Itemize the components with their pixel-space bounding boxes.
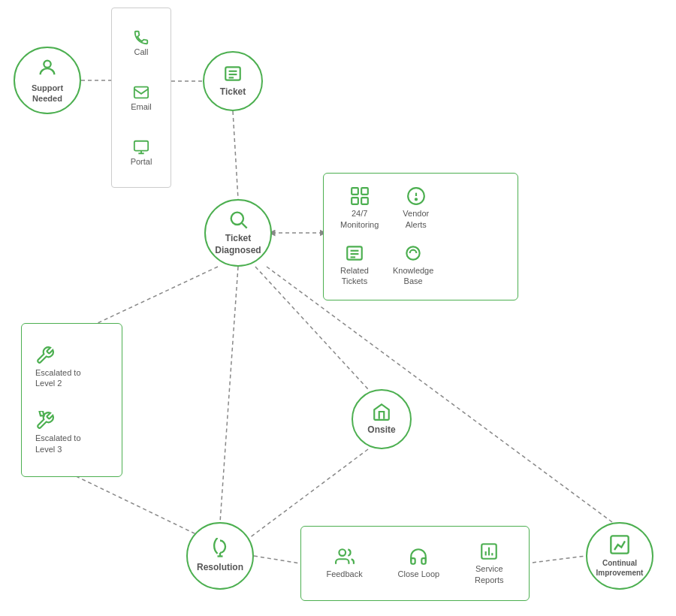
- ticket-diagnosed-label: TicketDiagnosed: [215, 233, 261, 256]
- support-needed-label: Support Needed: [32, 83, 63, 104]
- call-label: Call: [134, 47, 149, 56]
- service-reports-icon: [479, 542, 499, 561]
- person-icon: [37, 57, 58, 81]
- svg-point-19: [231, 213, 243, 225]
- svg-rect-23: [352, 198, 358, 205]
- close-loop-icon: [409, 547, 428, 566]
- call-item: Call: [133, 29, 149, 56]
- related-tickets-icon: [345, 243, 364, 263]
- continual-label: ContinualImprovement: [596, 558, 644, 578]
- onsite-label: Onsite: [367, 424, 395, 436]
- escalated-level3-label: Escalated toLevel 3: [35, 433, 81, 454]
- svg-rect-14: [134, 140, 148, 150]
- diagnose-icon: [228, 209, 249, 230]
- ticket-icon: [223, 64, 243, 83]
- svg-rect-13: [134, 87, 148, 98]
- channel-box: Call Email Portal: [111, 8, 171, 188]
- svg-rect-36: [611, 536, 628, 553]
- close-loop-label: Close Loop: [398, 569, 440, 579]
- escalated-box: Escalated toLevel 2 Escalated toLevel 3: [21, 323, 122, 477]
- feedback-label: Feedback: [326, 569, 362, 579]
- service-reports-label: ServiceReports: [475, 563, 504, 585]
- support-needed-node: Support Needed: [14, 47, 81, 114]
- resolution-label: Resolution: [197, 562, 243, 574]
- onsite-icon: [372, 402, 391, 421]
- svg-rect-24: [361, 198, 368, 205]
- improvement-icon: [609, 534, 630, 555]
- portal-item: Portal: [131, 139, 152, 166]
- escalated-level2-item: Escalated toLevel 2: [29, 343, 87, 392]
- feedback-icon: [335, 547, 355, 566]
- ticket-node: Ticket: [203, 51, 263, 111]
- knowledge-base-label: KnowledgeBase: [393, 265, 433, 287]
- svg-line-7: [70, 473, 199, 536]
- monitoring-label: 24/7Monitoring: [340, 208, 379, 230]
- connector-lines: [0, 0, 676, 616]
- tools-icon: [35, 411, 55, 430]
- monitoring-icon: [350, 186, 370, 206]
- svg-line-2: [233, 111, 238, 199]
- svg-line-20: [242, 224, 246, 228]
- svg-rect-21: [352, 189, 358, 195]
- related-tickets-item: RelatedTickets: [334, 240, 375, 290]
- service-reports-item: ServiceReports: [469, 539, 510, 588]
- diagnostics-box: 24/7Monitoring VendorAlerts Relat: [323, 173, 518, 300]
- email-icon: [133, 84, 149, 101]
- vendor-alerts-icon: [406, 186, 426, 206]
- svg-point-27: [415, 199, 417, 201]
- email-label: Email: [131, 102, 152, 111]
- vendor-alerts-item: VendorAlerts: [397, 183, 435, 233]
- resolution-node: Resolution: [186, 522, 254, 590]
- svg-rect-22: [361, 189, 368, 195]
- svg-line-4: [98, 267, 218, 323]
- ticket-diagnosed-node: TicketDiagnosed: [204, 199, 272, 267]
- svg-line-9: [254, 556, 300, 563]
- svg-point-34: [339, 550, 346, 557]
- vendor-alerts-label: VendorAlerts: [403, 208, 429, 230]
- resolution-icon: [210, 538, 231, 559]
- svg-line-10: [526, 556, 586, 563]
- svg-line-6: [220, 267, 238, 522]
- close-loop-item: Close Loop: [392, 544, 446, 582]
- escalated-level3-item: Escalated toLevel 3: [29, 408, 87, 457]
- knowledge-base-item: KnowledgeBase: [387, 240, 439, 290]
- related-tickets-label: RelatedTickets: [340, 265, 369, 287]
- knowledge-base-icon: [403, 243, 423, 263]
- resolution-box: Feedback Close Loop ServiceReports: [300, 526, 530, 601]
- portal-label: Portal: [131, 157, 152, 166]
- ticket-label: Ticket: [220, 86, 246, 98]
- svg-point-12: [44, 60, 50, 67]
- onsite-node: Onsite: [352, 389, 412, 449]
- wrench-icon: [35, 346, 55, 365]
- continual-improvement-node: ContinualImprovement: [586, 522, 653, 590]
- diagram: Support Needed Call Email Portal: [0, 0, 676, 616]
- escalated-level2-label: Escalated toLevel 2: [35, 367, 81, 389]
- feedback-item: Feedback: [320, 544, 368, 582]
- svg-line-11: [267, 267, 612, 522]
- portal-icon: [133, 139, 149, 156]
- call-icon: [133, 29, 149, 46]
- monitoring-item: 24/7Monitoring: [334, 183, 385, 233]
- email-item: Email: [131, 84, 152, 111]
